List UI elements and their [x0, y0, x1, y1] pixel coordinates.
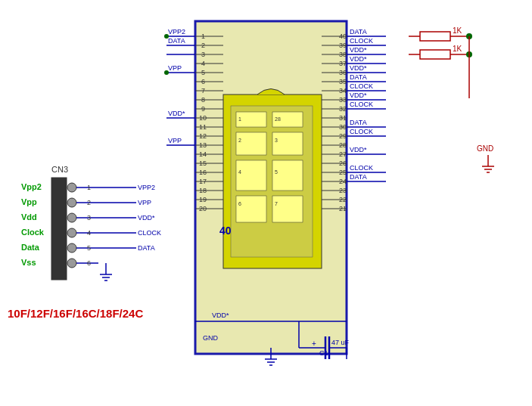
svg-point-181 — [164, 70, 169, 75]
svg-text:VPP: VPP — [138, 199, 151, 206]
svg-text:3: 3 — [87, 214, 91, 222]
svg-point-165 — [67, 243, 76, 253]
svg-text:VPP2: VPP2 — [138, 184, 155, 191]
svg-text:19: 19 — [199, 196, 207, 203]
svg-text:4: 4 — [238, 169, 241, 175]
svg-text:CLOCK: CLOCK — [350, 164, 373, 172]
svg-rect-190 — [272, 196, 303, 222]
svg-text:1: 1 — [238, 116, 241, 122]
svg-text:2: 2 — [201, 42, 205, 49]
svg-text:28: 28 — [275, 116, 281, 122]
svg-text:DATA: DATA — [168, 37, 185, 45]
svg-text:37: 37 — [339, 60, 347, 67]
svg-point-162 — [67, 228, 76, 237]
pin-vpp-label: Vpp — [21, 197, 37, 206]
svg-text:VDD*: VDD* — [350, 91, 367, 99]
svg-text:33: 33 — [339, 96, 347, 104]
svg-text:VDD*: VDD* — [168, 110, 185, 117]
svg-text:1: 1 — [201, 33, 205, 40]
svg-text:4: 4 — [201, 60, 205, 67]
svg-text:VDD*: VDD* — [138, 214, 155, 222]
pin-vdd-label: Vdd — [21, 212, 37, 222]
svg-text:5: 5 — [201, 69, 205, 76]
svg-text:25: 25 — [339, 169, 347, 176]
svg-text:6: 6 — [87, 259, 91, 267]
svg-text:21: 21 — [339, 205, 347, 212]
svg-text:3: 3 — [201, 51, 205, 58]
svg-text:47 uF: 47 uF — [331, 339, 350, 346]
svg-text:35: 35 — [339, 78, 347, 85]
svg-text:23: 23 — [339, 187, 347, 194]
svg-text:VPP: VPP — [168, 64, 182, 72]
svg-point-159 — [67, 213, 76, 222]
svg-text:DATA: DATA — [138, 244, 155, 252]
svg-text:C1: C1 — [319, 349, 328, 357]
svg-text:DATA: DATA — [350, 173, 367, 181]
svg-text:17: 17 — [199, 178, 207, 185]
svg-text:30: 30 — [339, 123, 347, 131]
svg-text:38: 38 — [339, 51, 347, 58]
pin-data-label: Data — [21, 243, 40, 252]
svg-rect-187 — [236, 160, 266, 191]
pin-vpp2-label: Vpp2 — [21, 182, 42, 191]
svg-text:34: 34 — [339, 87, 347, 95]
svg-rect-188 — [272, 160, 303, 191]
svg-text:24: 24 — [339, 178, 347, 185]
svg-text:8: 8 — [201, 96, 205, 104]
svg-text:GND: GND — [203, 334, 219, 342]
svg-text:39: 39 — [339, 42, 347, 49]
svg-point-168 — [67, 259, 76, 268]
svg-text:12: 12 — [199, 132, 207, 140]
svg-rect-152 — [51, 178, 67, 280]
svg-rect-189 — [236, 196, 266, 222]
svg-text:1: 1 — [87, 184, 91, 191]
svg-text:31: 31 — [339, 114, 347, 122]
svg-point-153 — [67, 183, 76, 192]
svg-text:15: 15 — [199, 160, 207, 167]
svg-text:6: 6 — [201, 78, 205, 85]
svg-text:18: 18 — [199, 187, 207, 194]
svg-text:CLOCK: CLOCK — [138, 229, 161, 237]
svg-text:26: 26 — [339, 160, 347, 167]
svg-text:VDD*: VDD* — [350, 146, 367, 153]
svg-text:VPP2: VPP2 — [168, 28, 185, 36]
svg-text:+: + — [312, 339, 316, 348]
svg-rect-185 — [236, 132, 266, 155]
svg-text:2: 2 — [238, 138, 241, 143]
svg-text:40: 40 — [339, 33, 347, 40]
svg-text:CLOCK: CLOCK — [350, 101, 373, 108]
pin-vss-label: Vss — [21, 258, 36, 267]
svg-text:CLOCK: CLOCK — [350, 37, 373, 45]
svg-text:DATA: DATA — [350, 119, 367, 126]
svg-text:7: 7 — [275, 201, 278, 206]
svg-text:29: 29 — [339, 132, 347, 140]
svg-text:20: 20 — [199, 205, 207, 212]
svg-text:DATA: DATA — [350, 28, 367, 36]
svg-text:VDD*: VDD* — [212, 311, 229, 319]
svg-text:10: 10 — [199, 114, 207, 122]
svg-text:16: 16 — [199, 169, 207, 176]
svg-text:9: 9 — [201, 105, 205, 113]
svg-text:6: 6 — [238, 201, 241, 206]
svg-text:VDD*: VDD* — [350, 64, 367, 72]
svg-text:36: 36 — [339, 69, 347, 76]
svg-rect-186 — [272, 132, 303, 155]
svg-text:VDD*: VDD* — [350, 55, 367, 63]
resistor1-label: 1K — [453, 26, 462, 35]
schematic-canvas: 1 2 3 4 5 6 7 8 9 10 11 12 13 14 15 16 1… — [0, 0, 532, 406]
device-label: 10F/12F/16F/16C/18F/24C — [8, 307, 143, 320]
svg-text:3: 3 — [275, 138, 278, 143]
svg-text:27: 27 — [339, 150, 347, 158]
svg-point-180 — [164, 34, 169, 39]
pin-clock-label: Clock — [21, 228, 45, 237]
svg-text:VPP: VPP — [168, 137, 182, 144]
svg-text:VDD*: VDD* — [350, 46, 367, 54]
cn3-label: CN3 — [51, 165, 68, 174]
svg-text:11: 11 — [199, 123, 207, 131]
svg-text:13: 13 — [199, 141, 207, 149]
svg-text:7: 7 — [201, 87, 205, 95]
svg-text:4: 4 — [87, 229, 91, 237]
svg-text:CLOCK: CLOCK — [350, 128, 373, 135]
resistor2-label: 1K — [453, 45, 462, 53]
svg-text:14: 14 — [199, 150, 207, 158]
